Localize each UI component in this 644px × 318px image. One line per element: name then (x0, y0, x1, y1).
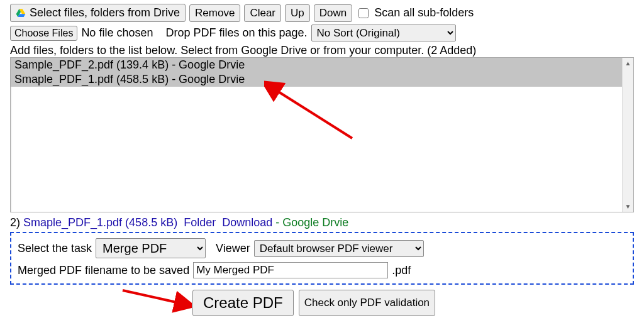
check-validation-button[interactable]: Check only PDF validation (299, 290, 435, 316)
selected-filename-link[interactable]: Smaple_PDF_1.pdf (458.5 kB) (23, 216, 177, 229)
source-label: Google Drvie (282, 216, 348, 229)
filename-label: Merged PDF filename to be saved (18, 264, 189, 277)
no-file-chosen-label: No file chosen (81, 26, 153, 40)
folder-link[interactable]: Folder (184, 216, 216, 229)
list-item[interactable]: Smaple_PDF_1.pdf (458.5 kB) - Google Drv… (11, 72, 628, 87)
sort-select[interactable]: No Sort (Original) (311, 25, 456, 41)
viewer-select[interactable]: Default browser PDF viewer (254, 240, 424, 257)
drive-select-button[interactable]: Select files, folders from Drive (10, 4, 186, 22)
ext-label: .pdf (392, 264, 411, 277)
selected-file-row: 2) Smaple_PDF_1.pdf (458.5 kB) Folder Do… (10, 216, 634, 229)
clear-button[interactable]: Clear (244, 4, 281, 22)
task-panel: Select the task Merge PDF Viewer Default… (10, 232, 634, 285)
file-listbox[interactable]: Sample_PDF_2.pdf (139.4 kB) - Google Drv… (10, 57, 634, 212)
drop-hint-label: Drop PDF files on this page. (165, 26, 307, 40)
choose-files-button[interactable]: Choose Files (10, 26, 77, 41)
selected-index: 2) (10, 216, 20, 229)
viewer-label: Viewer (216, 242, 250, 255)
up-button[interactable]: Up (285, 4, 310, 22)
scroll-down-icon[interactable]: ▼ (623, 201, 633, 212)
scroll-up-icon[interactable]: ▲ (623, 58, 633, 69)
google-drive-icon (16, 8, 26, 18)
task-label: Select the task (18, 242, 92, 255)
list-item[interactable]: Sample_PDF_2.pdf (139.4 kB) - Google Drv… (11, 58, 628, 72)
down-button[interactable]: Down (314, 4, 352, 22)
source-sep: - (272, 216, 282, 229)
scrollbar[interactable]: ▲ ▼ (622, 58, 633, 212)
scan-subfolders-label: Scan all sub-folders (374, 6, 474, 19)
create-pdf-button[interactable]: Create PDF (192, 290, 294, 316)
filename-input[interactable] (193, 262, 388, 278)
drive-select-label: Select files, folders from Drive (30, 6, 180, 19)
instruction-text: Add files, folders to the list below. Se… (10, 44, 634, 57)
remove-button[interactable]: Remove (189, 4, 240, 22)
download-link[interactable]: Download (222, 216, 272, 229)
task-select[interactable]: Merge PDF (96, 238, 206, 258)
scan-subfolders-checkbox[interactable] (358, 8, 369, 18)
